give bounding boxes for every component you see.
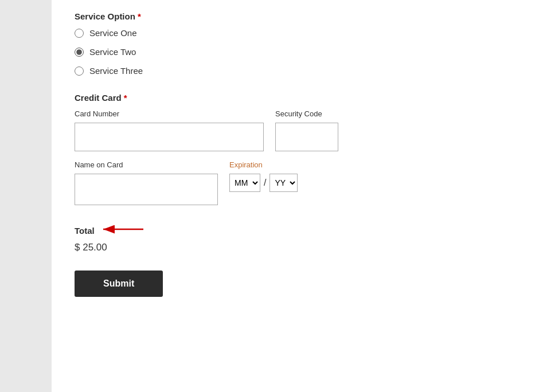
credit-card-label: Credit Card* [75,93,516,103]
security-code-label: Security Code [275,109,338,118]
total-section: Total $ 25.00 [75,222,516,253]
expiration-row: MM 010203 040506 070809 101112 / YY 2425… [229,174,298,192]
radio-service-three[interactable] [75,66,84,76]
total-label: Total [75,226,95,236]
radio-label-service-three: Service Three [89,66,143,76]
service-option-title: Service Option [75,11,135,21]
submit-button[interactable]: Submit [75,271,163,297]
required-star-cc: * [124,93,127,103]
total-label-row: Total [75,222,516,238]
radio-label-service-two: Service Two [89,47,136,57]
month-select[interactable]: MM 010203 040506 070809 101112 [229,174,260,192]
expiration-group: Expiration MM 010203 040506 070809 10111… [229,160,298,192]
name-on-card-label: Name on Card [75,160,218,169]
radio-item-service-one[interactable]: Service One [75,28,516,38]
radio-service-one[interactable] [75,29,84,38]
credit-card-title: Credit Card [75,93,122,103]
total-amount: $ 25.00 [75,242,516,253]
service-option-label: Service Option* [75,11,516,21]
security-code-group: Security Code [275,109,338,151]
name-expiration-row: Name on Card Expiration MM 010203 040506… [75,160,516,205]
security-code-input[interactable] [275,123,338,151]
sidebar [0,0,52,392]
name-on-card-group: Name on Card [75,160,218,205]
radio-label-service-one: Service One [89,28,137,38]
card-number-group: Card Number [75,109,264,151]
service-option-group: Service One Service Two Service Three [75,28,516,76]
radio-item-service-two[interactable]: Service Two [75,47,516,57]
radio-service-two[interactable] [75,48,84,57]
main-content: Service Option* Service One Service Two … [52,0,539,392]
expiration-label: Expiration [229,160,298,169]
required-star-service: * [138,11,141,21]
year-select[interactable]: YY 242526 272829 30 [270,174,298,192]
card-fields: Card Number Security Code Name on Card E… [75,109,516,205]
expiration-separator: / [264,178,266,188]
arrow-icon [100,222,146,238]
radio-item-service-three[interactable]: Service Three [75,66,516,76]
name-on-card-input[interactable] [75,174,218,205]
card-number-label: Card Number [75,109,264,118]
card-number-row: Card Number Security Code [75,109,516,151]
card-number-input[interactable] [75,123,264,151]
credit-card-section: Credit Card* Card Number Security Code N… [75,93,516,205]
